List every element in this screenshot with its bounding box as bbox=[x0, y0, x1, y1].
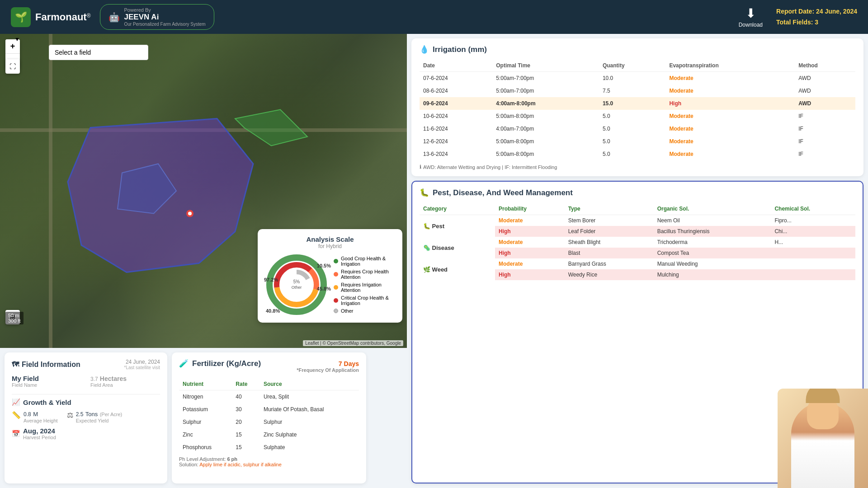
field-select[interactable]: Select a field bbox=[49, 45, 148, 60]
table-row: Nitrogen 40 Urea, Split bbox=[179, 390, 359, 404]
fertilizer-table-header: Nutrient Rate Source bbox=[179, 378, 359, 390]
fertilizer-table: Nutrient Rate Source Nitrogen 40 Urea, S… bbox=[179, 378, 359, 454]
donut-chart: 5% Other 97.2% 10.5% 45.8% 40.8% bbox=[265, 253, 328, 316]
expected-yield-metric: ⚖ 2.5 Tons (Per Acre) Expected Yield bbox=[67, 410, 123, 423]
fertilizer-icon: 🧪 bbox=[179, 359, 189, 368]
table-row: 10-6-2024 5:00am-8:00pm 5.0 Moderate IF bbox=[420, 110, 855, 122]
legend-dot-other bbox=[334, 309, 338, 313]
fertilizer-freq: 7 Days *Frequency Of Application bbox=[297, 360, 359, 373]
table-row: 12-6-2024 5:00am-8:00pm 5.0 Moderate IF bbox=[420, 135, 855, 148]
fertilizer-table-body: Nitrogen 40 Urea, Split Potassium 30 Mur… bbox=[179, 390, 359, 454]
avg-height-val: 0.8 M bbox=[24, 410, 58, 418]
donut-label-45: 45.8% bbox=[317, 286, 331, 291]
table-row: 13-6-2024 5:00am-8:00pm 5.0 Moderate IF bbox=[420, 148, 855, 160]
map-scale: 50 m 300 ft bbox=[5, 312, 24, 324]
donut-label-10: 10.5% bbox=[317, 263, 331, 268]
svg-text:Other: Other bbox=[292, 285, 302, 290]
field-data-row: My Field Field Name 3.7 Hectares Field A… bbox=[12, 375, 160, 388]
fertilizer-title: 🧪 Fertilizer (Kg/Acre) bbox=[179, 359, 261, 368]
th-method: Method bbox=[795, 60, 855, 72]
irrigation-card: 💧 Irrigation (mm) Date Optimal Time Quan… bbox=[411, 38, 863, 176]
avatar-container bbox=[778, 389, 868, 488]
th-organic: Organic Sol. bbox=[654, 203, 771, 215]
table-row: Zinc 15 Zinc Sulphate bbox=[179, 428, 359, 441]
th-date: Date bbox=[420, 60, 492, 72]
download-button[interactable]: ⬇ Download bbox=[739, 6, 763, 28]
field-name-col: My Field Field Name bbox=[12, 375, 81, 388]
avg-height-metric: 📏 0.8 M Average Height bbox=[12, 410, 58, 423]
legend-dot-irrigation bbox=[334, 285, 338, 290]
th-evap: Evapotranspiration bbox=[665, 60, 795, 72]
analysis-scale-title: Analysis Scale bbox=[265, 235, 395, 243]
zoom-in-button[interactable]: + bbox=[5, 39, 20, 54]
total-fields: 3 bbox=[815, 19, 818, 26]
pest-icon: 🐛 bbox=[420, 188, 429, 197]
table-row: Potassium 30 Muriate Of Potash, Basal bbox=[179, 403, 359, 416]
field-area-value: 3.7 Hectares bbox=[90, 375, 160, 382]
avatar-overlay bbox=[778, 389, 868, 488]
th-qty: Quantity bbox=[599, 60, 665, 72]
download-icon: ⬇ bbox=[745, 6, 756, 21]
table-row: 🐛 Pest Moderate Stem Borer Neem Oil Fipr… bbox=[420, 215, 855, 226]
map-section: + − ⛶ ⊞ Select a field ▼ 50 m 300 ft Lea… bbox=[0, 34, 407, 348]
growth-section: 📈 Growth & Yield 📏 0.8 M Average Hei bbox=[12, 398, 160, 440]
expected-yield-val: 2.5 Tons (Per Acre) bbox=[76, 410, 123, 418]
table-row: 08-6-2024 5:00am-7:00pm 7.5 Moderate AWD bbox=[420, 84, 855, 97]
farmonaut-logo-icon: 🌱 bbox=[11, 7, 31, 27]
growth-metrics: 📏 0.8 M Average Height ⚖ bbox=[12, 410, 160, 423]
avg-height-label: Average Height bbox=[24, 418, 58, 423]
jeevn-desc: Our Personalized Farm Advisory System bbox=[124, 22, 206, 27]
jeevn-icon: 🤖 bbox=[108, 12, 120, 23]
table-row: 09-6-2024 4:00am-8:00pm 15.0 High AWD bbox=[420, 97, 855, 110]
th-chemical: Chemical Sol. bbox=[771, 203, 855, 215]
th-probability: Probability bbox=[495, 203, 565, 215]
irrigation-icon: 💧 bbox=[420, 45, 429, 54]
jeevn-name: JEEVN Ai bbox=[124, 13, 206, 22]
avatar-hair bbox=[806, 389, 840, 403]
fertilizer-solution-link[interactable]: Apply lime if acidic, sulphur if alkalin… bbox=[199, 462, 282, 467]
table-row: Sulphur 20 Sulphur bbox=[179, 416, 359, 428]
report-date: 24 June, 2024 bbox=[816, 8, 857, 15]
pest-title: 🐛 Pest, Disease, And Weed Management bbox=[420, 188, 855, 197]
map-attribution: Leaflet | © OpenStreetMap contributors, … bbox=[303, 340, 403, 346]
field-date: 24 June, 2024 *Last satellite visit bbox=[124, 359, 160, 370]
fertilizer-header: 🧪 Fertilizer (Kg/Acre) 7 Days *Frequency… bbox=[179, 359, 359, 374]
map-icon: 🗺 bbox=[12, 361, 19, 369]
analysis-legend: Good Crop Health & Irrigation Requires C… bbox=[334, 256, 395, 314]
growth-icon: 📈 bbox=[12, 398, 20, 406]
report-date-label: Report Date: bbox=[776, 8, 814, 15]
yield-icon: ⚖ bbox=[67, 411, 73, 419]
legend-item-other: Other bbox=[334, 308, 395, 314]
irrigation-note: ℹ AWD: Alternate Wetting and Drying | IF… bbox=[420, 164, 855, 170]
logo-text: Farmonaut® bbox=[35, 11, 91, 23]
info-icon: ℹ bbox=[420, 164, 421, 170]
svg-marker-4 bbox=[235, 110, 307, 146]
jeevn-powered: Powered By bbox=[124, 7, 206, 13]
field-name-label: Field Name bbox=[12, 382, 81, 388]
field-area-label: Field Area bbox=[90, 382, 160, 388]
header-right: ⬇ Download Report Date: 24 June, 2024 To… bbox=[739, 6, 857, 28]
irrigation-table: Date Optimal Time Quantity Evapotranspir… bbox=[420, 60, 855, 160]
donut-label-40: 40.8% bbox=[266, 308, 280, 314]
irrigation-table-header: Date Optimal Time Quantity Evapotranspir… bbox=[420, 60, 855, 72]
legend-dot-crop-health bbox=[334, 272, 338, 277]
fullscreen-button[interactable]: ⛶ bbox=[5, 59, 20, 74]
field-info-card: 🗺 Field Information 24 June, 2024 *Last … bbox=[5, 352, 167, 483]
total-fields-label: Total Fields: bbox=[776, 19, 813, 26]
expected-yield-label: Expected Yield bbox=[76, 418, 123, 423]
fertilizer-footer: Ph Level Adjustment: 6 ph Solution: Appl… bbox=[179, 456, 359, 467]
header: 🌱 Farmonaut® 🤖 Powered By JEEVN Ai Our P… bbox=[0, 0, 868, 34]
th-nutrient: Nutrient bbox=[179, 378, 232, 390]
pest-table-body: 🐛 Pest Moderate Stem Borer Neem Oil Fipr… bbox=[420, 215, 855, 281]
analysis-scale-subtitle: for Hybrid bbox=[265, 243, 395, 249]
field-info-title: 🗺 Field Information bbox=[12, 361, 80, 369]
th-rate: Rate bbox=[232, 378, 260, 390]
donut-label-97: 97.2% bbox=[264, 277, 278, 282]
harvest-icon: 📅 bbox=[12, 430, 20, 438]
th-time: Optimal Time bbox=[492, 60, 599, 72]
legend-item-crop-health: Requires Crop Health Attention bbox=[334, 269, 395, 280]
irrigation-table-body: 07-6-2024 5:00am-7:00pm 10.0 Moderate AW… bbox=[420, 72, 855, 161]
report-info: Report Date: 24 June, 2024 Total Fields:… bbox=[776, 6, 857, 28]
th-source: Source bbox=[260, 378, 359, 390]
analysis-scale-card: Analysis Scale for Hybrid bbox=[258, 229, 402, 323]
